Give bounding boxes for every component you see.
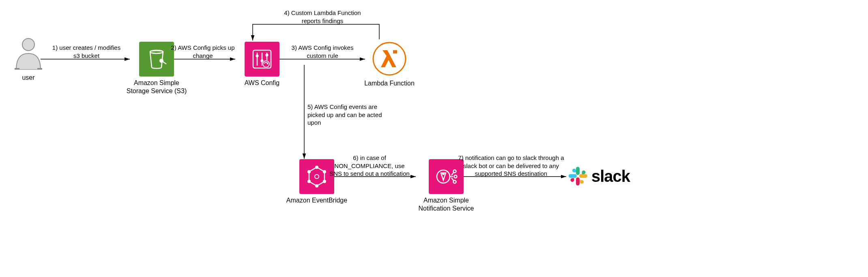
edge-6-label: 6) in case of NON_COMPLIANCE, use SNS to…: [324, 154, 415, 178]
user-node: user: [12, 37, 45, 82]
slack-icon: [567, 165, 589, 187]
s3-label: Amazon Simple Storage Service (S3): [124, 79, 189, 95]
svg-point-26: [315, 184, 318, 188]
sns-label: Amazon Simple Notification Service: [410, 196, 483, 213]
svg-rect-39: [579, 174, 587, 178]
user-label: user: [12, 74, 45, 82]
edge-1-label: 1) user creates / modifies s3 bucket: [44, 44, 129, 60]
svg-rect-40: [576, 177, 580, 185]
eventbridge-label: Amazon EventBridge: [282, 196, 351, 205]
edge-3-label: 3) AWS Config invokes custom rule: [284, 44, 361, 60]
edge-4-label: 4) Custom Lambda Function reports findin…: [276, 9, 369, 25]
svg-point-17: [266, 54, 269, 57]
slack-node: slack: [567, 165, 648, 187]
svg-point-31: [442, 173, 445, 175]
svg-line-37: [451, 178, 454, 181]
svg-rect-8: [37, 68, 42, 70]
svg-rect-21: [393, 50, 397, 53]
svg-point-25: [323, 180, 326, 183]
slack-label: slack: [591, 167, 630, 185]
svg-rect-41: [569, 174, 577, 178]
svg-rect-38: [576, 167, 580, 175]
edge-7-label: 7) notification can go to slack through …: [452, 154, 570, 178]
svg-point-15: [256, 55, 259, 58]
svg-point-6: [22, 38, 34, 51]
config-label: AWS Config: [230, 79, 294, 87]
svg-point-27: [307, 180, 311, 183]
lambda-label: Lambda Function: [357, 79, 422, 87]
user-icon: [14, 37, 43, 70]
lambda-icon: [371, 40, 408, 77]
edge-5-label: 5) AWS Config events are picked up and c…: [307, 103, 393, 127]
svg-rect-7: [15, 68, 19, 70]
lambda-node: Lambda Function: [357, 40, 422, 87]
edge-2-label: 2) AWS Config picks up change: [166, 44, 239, 60]
svg-point-9: [150, 50, 163, 53]
svg-point-28: [307, 170, 311, 173]
svg-marker-22: [309, 167, 324, 186]
svg-point-23: [315, 166, 318, 169]
svg-point-29: [315, 175, 319, 179]
config-icon: [245, 42, 279, 77]
